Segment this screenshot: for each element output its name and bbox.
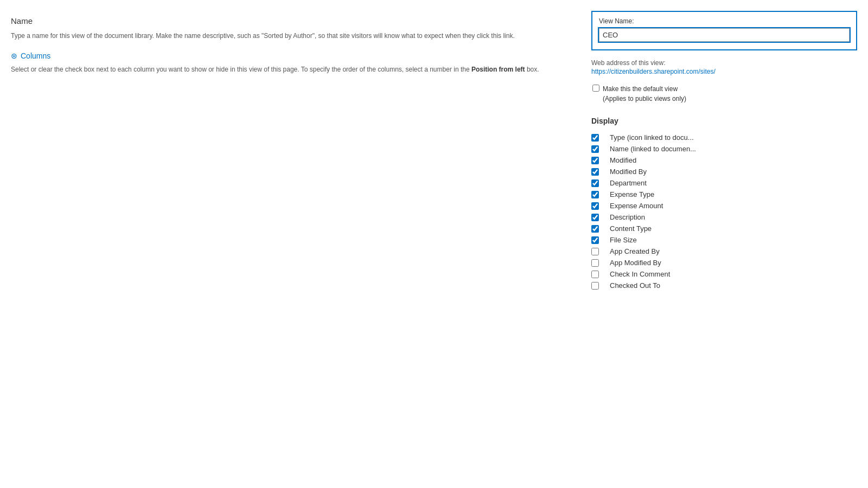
column-checkbox-2[interactable] <box>591 157 599 164</box>
column-label-12: Check In Comment <box>610 270 670 278</box>
columns-section-header: ⊛ Columns <box>11 52 575 60</box>
column-checkbox-13[interactable] <box>591 282 599 290</box>
column-label-9: File Size <box>610 236 637 244</box>
column-label-5: Expense Type <box>610 190 654 198</box>
column-label-4: Department <box>610 179 647 187</box>
column-row: Expense Type <box>591 189 857 200</box>
column-label-7: Description <box>610 213 645 221</box>
web-address-url: https://citizenbuilders.sharepoint.com/s… <box>591 68 857 75</box>
left-panel: Name Type a name for this view of the do… <box>0 0 586 488</box>
view-name-label: View Name: <box>599 17 850 25</box>
column-checkbox-12[interactable] <box>591 271 599 278</box>
view-name-input[interactable] <box>599 28 850 42</box>
column-row: Type (icon linked to docu... <box>591 132 857 143</box>
column-label-0: Type (icon linked to docu... <box>610 133 694 142</box>
view-name-box: View Name: <box>591 11 857 50</box>
column-checkbox-6[interactable] <box>591 202 599 210</box>
column-label-6: Expense Amount <box>610 202 663 210</box>
right-panel: View Name: Web address of this view: htt… <box>586 0 868 488</box>
column-checkbox-9[interactable] <box>591 236 599 244</box>
column-label-1: Name (linked to documen... <box>610 145 696 153</box>
column-row: File Size <box>591 234 857 246</box>
columns-list: Type (icon linked to docu...Name (linked… <box>591 132 857 291</box>
web-address-label: Web address of this view: <box>591 59 857 67</box>
column-checkbox-4[interactable] <box>591 179 599 187</box>
columns-description: Select or clear the check box next to ea… <box>11 65 575 74</box>
column-label-8: Content Type <box>610 224 652 233</box>
column-checkbox-8[interactable] <box>591 225 599 233</box>
column-label-11: App Modified By <box>610 259 661 267</box>
column-label-3: Modified By <box>610 168 647 176</box>
column-row: App Created By <box>591 246 857 257</box>
column-row: Expense Amount <box>591 200 857 211</box>
web-address-section: Web address of this view: https://citize… <box>591 59 857 75</box>
column-row: Name (linked to documen... <box>591 143 857 155</box>
column-row: Description <box>591 211 857 223</box>
column-checkbox-3[interactable] <box>591 168 599 176</box>
columns-expand-icon[interactable]: ⊛ <box>11 52 17 60</box>
column-row: Content Type <box>591 223 857 234</box>
column-checkbox-11[interactable] <box>591 259 599 267</box>
default-view-checkbox[interactable] <box>592 85 599 92</box>
column-checkbox-0[interactable] <box>591 134 599 142</box>
name-title: Name <box>11 16 575 25</box>
column-label-10: App Created By <box>610 247 660 255</box>
columns-title: Columns <box>21 52 50 60</box>
column-row: Modified <box>591 155 857 166</box>
column-checkbox-5[interactable] <box>591 191 599 198</box>
column-row: Check In Comment <box>591 268 857 280</box>
display-header: Display <box>591 117 857 125</box>
column-row: Checked Out To <box>591 280 857 291</box>
column-row: App Modified By <box>591 257 857 268</box>
column-row: Modified By <box>591 166 857 177</box>
default-view-section: Make this the default view (Applies to p… <box>591 84 857 104</box>
column-checkbox-1[interactable] <box>591 145 599 153</box>
display-section: Display Type (icon linked to docu...Name… <box>591 117 857 291</box>
column-checkbox-7[interactable] <box>591 214 599 221</box>
column-row: Department <box>591 177 857 189</box>
column-label-13: Checked Out To <box>610 281 660 290</box>
name-description: Type a name for this view of the documen… <box>11 31 575 41</box>
column-checkbox-10[interactable] <box>591 248 599 255</box>
column-label-2: Modified <box>610 156 636 164</box>
default-view-text: Make this the default view (Applies to p… <box>603 84 686 104</box>
